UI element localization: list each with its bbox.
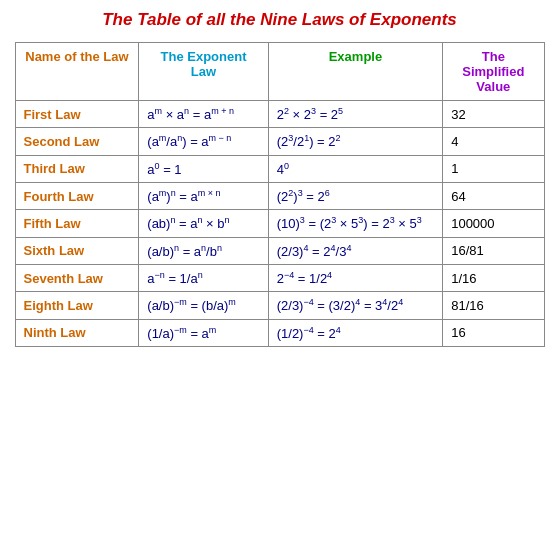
law-name: Ninth Law bbox=[15, 319, 139, 346]
law-exponent: (a/b)n = an/bn bbox=[139, 237, 268, 264]
table-row: Second Law(am/an) = am − n(23/21) = 224 bbox=[15, 128, 544, 155]
law-exponent: (am/an) = am − n bbox=[139, 128, 268, 155]
law-simplified: 16 bbox=[443, 319, 544, 346]
law-simplified: 1/16 bbox=[443, 264, 544, 291]
table-row: Fifth Law(ab)n = an × bn(10)3 = (23 × 53… bbox=[15, 210, 544, 237]
law-simplified: 16/81 bbox=[443, 237, 544, 264]
law-name: Fourth Law bbox=[15, 182, 139, 209]
law-exponent: (1/a)−m = am bbox=[139, 319, 268, 346]
law-name: Second Law bbox=[15, 128, 139, 155]
law-example: 2−4 = 1/24 bbox=[268, 264, 442, 291]
table-row: First Lawam × an = am + n22 × 23 = 2532 bbox=[15, 101, 544, 128]
law-example: 22 × 23 = 25 bbox=[268, 101, 442, 128]
law-simplified: 64 bbox=[443, 182, 544, 209]
page-title: The Table of all the Nine Laws of Expone… bbox=[10, 10, 549, 30]
law-example: (2/3)−4 = (3/2)4 = 34/24 bbox=[268, 292, 442, 319]
header-exponent: The Exponent Law bbox=[139, 43, 268, 101]
law-name: Third Law bbox=[15, 155, 139, 182]
law-simplified: 1 bbox=[443, 155, 544, 182]
law-example: (2/3)4 = 24/34 bbox=[268, 237, 442, 264]
header-simplified: The Simplified Value bbox=[443, 43, 544, 101]
law-simplified: 81/16 bbox=[443, 292, 544, 319]
law-name: Eighth Law bbox=[15, 292, 139, 319]
table-row: Third Lawa0 = 1401 bbox=[15, 155, 544, 182]
header-name: Name of the Law bbox=[15, 43, 139, 101]
law-example: (22)3 = 26 bbox=[268, 182, 442, 209]
table-row: Seventh Lawa−n = 1/an2−4 = 1/241/16 bbox=[15, 264, 544, 291]
law-example: (23/21) = 22 bbox=[268, 128, 442, 155]
law-exponent: (a/b)−m = (b/a)m bbox=[139, 292, 268, 319]
law-simplified: 100000 bbox=[443, 210, 544, 237]
law-exponent: am × an = am + n bbox=[139, 101, 268, 128]
law-name: Fifth Law bbox=[15, 210, 139, 237]
laws-table: Name of the Law The Exponent Law Example… bbox=[15, 42, 545, 347]
table-row: Fourth Law(am)n = am × n(22)3 = 2664 bbox=[15, 182, 544, 209]
law-exponent: a0 = 1 bbox=[139, 155, 268, 182]
law-name: Seventh Law bbox=[15, 264, 139, 291]
law-exponent: (am)n = am × n bbox=[139, 182, 268, 209]
table-row: Sixth Law(a/b)n = an/bn(2/3)4 = 24/3416/… bbox=[15, 237, 544, 264]
table-row: Eighth Law(a/b)−m = (b/a)m(2/3)−4 = (3/2… bbox=[15, 292, 544, 319]
table-row: Ninth Law(1/a)−m = am(1/2)−4 = 2416 bbox=[15, 319, 544, 346]
law-example: (1/2)−4 = 24 bbox=[268, 319, 442, 346]
law-example: (10)3 = (23 × 53) = 23 × 53 bbox=[268, 210, 442, 237]
law-example: 40 bbox=[268, 155, 442, 182]
law-name: Sixth Law bbox=[15, 237, 139, 264]
law-simplified: 32 bbox=[443, 101, 544, 128]
law-exponent: a−n = 1/an bbox=[139, 264, 268, 291]
header-example: Example bbox=[268, 43, 442, 101]
law-simplified: 4 bbox=[443, 128, 544, 155]
law-exponent: (ab)n = an × bn bbox=[139, 210, 268, 237]
law-name: First Law bbox=[15, 101, 139, 128]
